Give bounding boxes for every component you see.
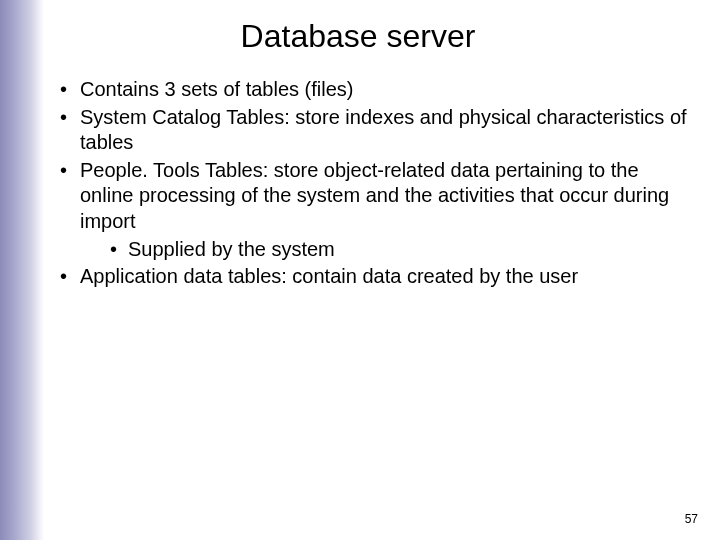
bullet-item: Contains 3 sets of tables (files) [58, 77, 690, 103]
bullet-list: Contains 3 sets of tables (files) System… [46, 77, 690, 290]
page-number: 57 [685, 512, 698, 526]
bullet-text: Application data tables: contain data cr… [80, 265, 578, 287]
bullet-item: People. Tools Tables: store object-relat… [58, 158, 690, 262]
sub-bullet-list: Supplied by the system [80, 237, 690, 263]
sub-bullet-text: Supplied by the system [128, 238, 335, 260]
bullet-item: System Catalog Tables: store indexes and… [58, 105, 690, 156]
sub-bullet-item: Supplied by the system [108, 237, 690, 263]
bullet-text: System Catalog Tables: store indexes and… [80, 106, 687, 154]
bullet-text: Contains 3 sets of tables (files) [80, 78, 353, 100]
slide-content: Database server Contains 3 sets of table… [0, 0, 720, 540]
slide-title: Database server [26, 18, 690, 55]
bullet-item: Application data tables: contain data cr… [58, 264, 690, 290]
bullet-text: People. Tools Tables: store object-relat… [80, 159, 669, 232]
